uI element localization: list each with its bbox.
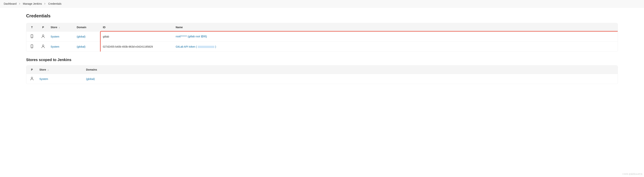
store-link[interactable]: System bbox=[40, 78, 48, 80]
store-link[interactable]: System bbox=[50, 45, 59, 48]
col-header-domains[interactable]: Domains bbox=[84, 66, 618, 74]
redacted-token bbox=[198, 46, 214, 48]
page-title: Credentials bbox=[26, 13, 618, 18]
chevron-right-icon bbox=[44, 3, 46, 5]
svg-point-4 bbox=[32, 47, 32, 48]
table-row: System (global) 027d2455-b40b-493b-863d-… bbox=[26, 42, 618, 52]
credential-id: gitlab bbox=[101, 32, 174, 42]
domain-link[interactable]: (global) bbox=[77, 35, 86, 38]
credential-type-icon bbox=[30, 34, 34, 38]
breadcrumb: Dashboard Manage Jenkins Credentials bbox=[0, 0, 644, 8]
sort-down-icon: ↓ bbox=[59, 26, 60, 29]
credential-name-link[interactable]: root/****** (gitlab root 密码) bbox=[176, 35, 207, 38]
credential-id: 027d2455-b40b-493b-863d-e34241185829 bbox=[101, 42, 174, 52]
col-header-p[interactable]: P bbox=[26, 66, 38, 74]
col-header-p[interactable]: P bbox=[38, 23, 49, 32]
svg-point-2 bbox=[42, 35, 44, 36]
col-header-store[interactable]: Store ↓ bbox=[49, 23, 75, 32]
breadcrumb-dashboard[interactable]: Dashboard bbox=[4, 2, 16, 5]
table-row: System (global) gitlab root/****** (gitl… bbox=[26, 32, 618, 42]
stores-table: P Store ↓ Domains System (glo bbox=[26, 66, 618, 84]
sort-down-icon: ↓ bbox=[48, 68, 49, 71]
store-link[interactable]: System bbox=[50, 35, 59, 38]
credentials-table-container: T P Store ↓ Domain ID Name bbox=[26, 23, 618, 52]
credential-type-icon bbox=[30, 44, 34, 48]
provider-icon bbox=[41, 34, 45, 38]
provider-icon bbox=[41, 44, 45, 48]
col-header-name[interactable]: Name bbox=[174, 23, 618, 32]
stores-table-container: P Store ↓ Domains System (glo bbox=[26, 65, 618, 84]
svg-point-5 bbox=[42, 45, 44, 46]
credential-name-link[interactable]: GitLab API token () bbox=[176, 45, 216, 48]
breadcrumb-credentials[interactable]: Credentials bbox=[48, 2, 62, 5]
stores-section-title: Stores scoped to Jenkins bbox=[26, 58, 618, 62]
provider-icon bbox=[30, 76, 34, 81]
domains-link[interactable]: (global) bbox=[86, 78, 95, 80]
col-header-domain[interactable]: Domain bbox=[75, 23, 101, 32]
col-header-t[interactable]: T bbox=[26, 23, 38, 32]
table-row: System (global) bbox=[26, 74, 618, 84]
svg-point-6 bbox=[31, 77, 33, 78]
svg-point-1 bbox=[32, 37, 32, 38]
chevron-right-icon bbox=[19, 3, 21, 5]
col-header-id[interactable]: ID bbox=[101, 23, 174, 32]
domain-link[interactable]: (global) bbox=[77, 45, 86, 48]
col-header-store[interactable]: Store ↓ bbox=[38, 66, 84, 74]
credentials-table: T P Store ↓ Domain ID Name bbox=[26, 23, 618, 52]
breadcrumb-manage-jenkins[interactable]: Manage Jenkins bbox=[23, 2, 42, 5]
